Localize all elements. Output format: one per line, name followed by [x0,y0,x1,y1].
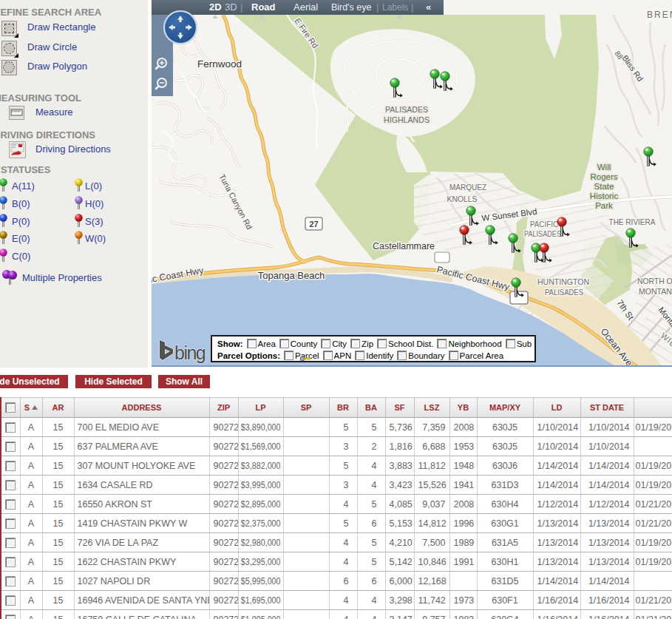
svg-text:Fernwood: Fernwood [197,58,242,70]
svg-text:NORTH OF: NORTH OF [637,277,672,285]
svg-text:HUNTINGTON: HUNTINGTON [537,277,589,286]
svg-text:Historic: Historic [590,192,619,200]
svg-text:Topanga Beach: Topanga Beach [258,270,325,281]
svg-text:THE RIVIERA: THE RIVIERA [609,217,656,226]
svg-text:Castellammare: Castellammare [373,241,435,251]
svg-text:MARQUEZ: MARQUEZ [449,183,486,192]
svg-text:Will: Will [597,163,611,172]
svg-text:BRENTWOOD: BRENTWOOD [647,10,672,20]
svg-text:MONTANA: MONTANA [639,287,672,296]
svg-text:PALISADES: PALISADES [524,229,561,238]
svg-text:Park: Park [595,201,613,210]
svg-text:27: 27 [309,220,318,229]
svg-text:bing: bing [174,342,206,363]
svg-text:State: State [594,182,614,191]
svg-text:Rogers: Rogers [590,172,617,181]
svg-text:HIGHLANDS: HIGHLANDS [384,115,430,124]
svg-text:KNOLLS: KNOLLS [447,195,478,203]
svg-text:PALISADES: PALISADES [545,288,583,297]
svg-text:PALISADES: PALISADES [385,105,428,114]
svg-text:PACIFIC: PACIFIC [530,220,558,229]
